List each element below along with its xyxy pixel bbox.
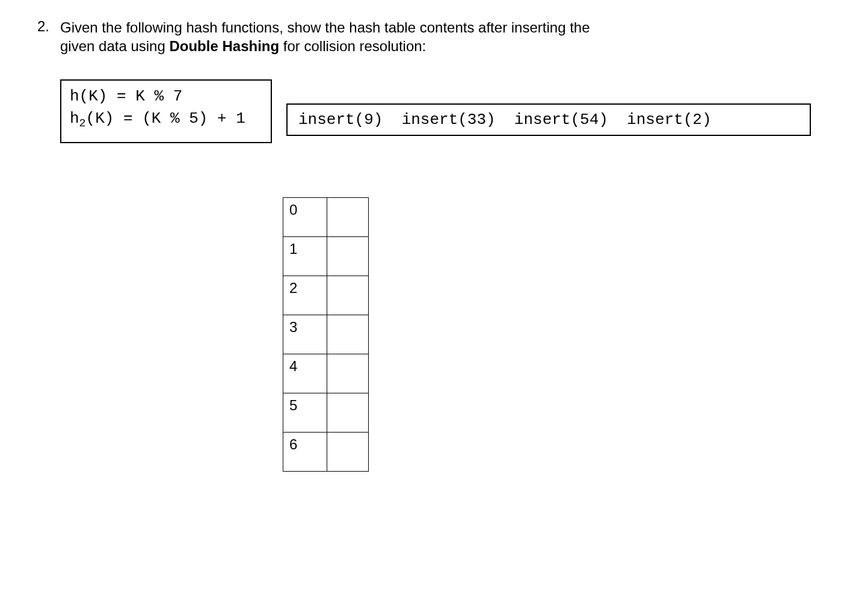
value-cell xyxy=(327,393,369,433)
table-row: 3 xyxy=(283,315,369,354)
table-row: 4 xyxy=(283,354,369,393)
hash-table: 0 1 2 3 4 xyxy=(283,197,369,472)
question-line-2-bold: Double Hashing xyxy=(169,38,279,54)
index-cell: 1 xyxy=(283,237,327,276)
value-cell xyxy=(327,276,369,315)
question-text: Given the following hash functions, show… xyxy=(60,18,590,55)
hash-func-line-1: h(K) = K % 7 xyxy=(70,87,182,105)
index-cell: 2 xyxy=(283,276,327,315)
page: 2. Given the following hash functions, s… xyxy=(0,0,847,490)
value-cell xyxy=(327,433,369,472)
table-row: 0 xyxy=(283,198,369,237)
table-row: 5 xyxy=(283,393,369,433)
hash-table-wrap: 0 1 2 3 4 xyxy=(283,197,811,472)
question-line-2-suffix: for collision resolution: xyxy=(279,38,426,54)
content-area: h(K) = K % 7 h2(K) = (K % 5) + 1 insert(… xyxy=(60,79,811,143)
hash-func-line-2-rest: (K) = (K % 5) + 1 xyxy=(86,109,245,128)
value-cell xyxy=(327,354,369,393)
insert-sequence-box: insert(9) insert(33) insert(54) insert(2… xyxy=(286,103,811,136)
index-cell: 5 xyxy=(283,393,327,433)
table-row: 1 xyxy=(283,237,369,276)
hash-func-subscript: 2 xyxy=(79,117,86,129)
hash-functions-box: h(K) = K % 7 h2(K) = (K % 5) + 1 xyxy=(60,79,272,143)
index-cell: 3 xyxy=(283,315,327,354)
question-line-1: Given the following hash functions, show… xyxy=(60,19,590,35)
value-cell xyxy=(327,315,369,354)
question-line-2-prefix: given data using xyxy=(60,38,169,54)
value-cell xyxy=(327,237,369,276)
table-row: 2 xyxy=(283,276,369,315)
question-block: 2. Given the following hash functions, s… xyxy=(30,18,811,55)
table-row: 6 xyxy=(283,433,369,472)
index-cell: 4 xyxy=(283,354,327,393)
insert-sequence: insert(9) insert(33) insert(54) insert(2… xyxy=(298,111,712,129)
boxes-row: h(K) = K % 7 h2(K) = (K % 5) + 1 insert(… xyxy=(60,79,811,143)
index-cell: 0 xyxy=(283,198,327,237)
value-cell xyxy=(327,198,369,237)
hash-func-line-2-prefix: h xyxy=(70,109,79,128)
index-cell: 6 xyxy=(283,433,327,472)
question-number: 2. xyxy=(30,18,49,35)
